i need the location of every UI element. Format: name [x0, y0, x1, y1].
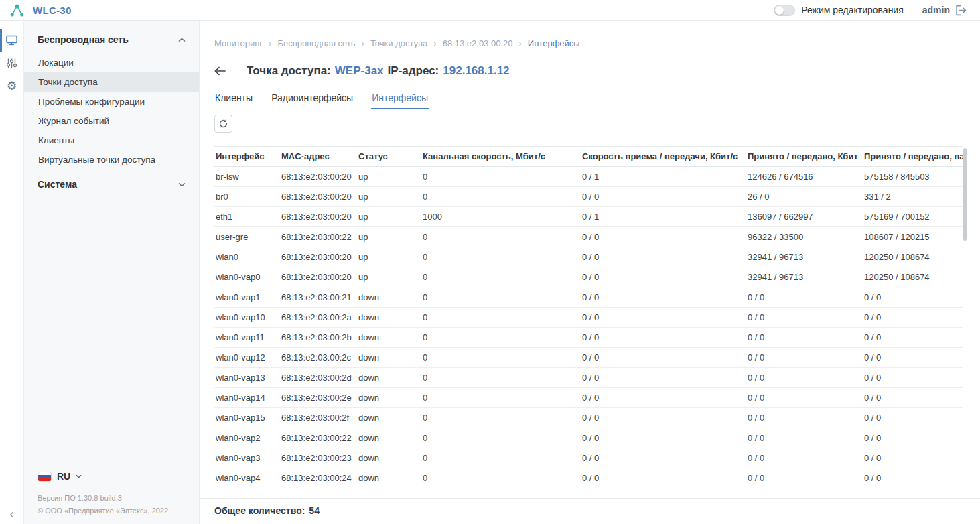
cell-rx-tx-kbit: 0 / 0 — [748, 448, 864, 468]
table-row: wlan0-vap10 68:13:e2:03:00:2a down 0 0 /… — [214, 308, 963, 328]
column-header: Принято / передано, па — [864, 147, 963, 167]
cell-rx-tx-speed: 0 / 0 — [582, 468, 748, 488]
title-row: Точка доступа: WEP-3ax IP-адрес: 192.168… — [214, 64, 980, 78]
refresh-icon — [219, 119, 228, 128]
edit-mode-label: Режим редактирования — [801, 5, 904, 15]
column-header: Скорость приема / передачи, Кбит/с — [582, 147, 748, 167]
cell-interface: wlan0-vap0 — [214, 267, 281, 287]
back-button[interactable] — [214, 66, 226, 76]
sidebar-collapse-button[interactable]: ‹ — [0, 507, 23, 520]
sidebar-item[interactable]: Клиенты — [24, 131, 199, 150]
cell-rx-tx-speed: 0 / 0 — [582, 308, 748, 328]
cell-rx-tx-kbit: 0 / 0 — [748, 388, 864, 408]
cell-link-speed: 0 — [423, 267, 582, 287]
top-bar-right: Режим редактирования admin — [774, 5, 967, 16]
cell-link-speed: 0 — [423, 187, 582, 207]
rail-wlan-button[interactable] — [0, 52, 23, 74]
sidebar-item[interactable]: Локации — [24, 53, 199, 72]
sidebar-item[interactable]: Проблемы конфигурации — [24, 92, 199, 111]
icon-rail: ⚙ ‹ — [0, 21, 24, 524]
cell-link-speed: 0 — [423, 388, 582, 408]
cell-rx-tx-kbit: 32941 / 96713 — [748, 267, 864, 287]
cell-rx-tx-speed: 0 / 0 — [582, 428, 748, 448]
sidebar-section-label: Беспроводная сеть — [38, 34, 129, 45]
cell-status: down — [358, 287, 423, 308]
sidebar-section-label: Система — [38, 179, 77, 190]
software-version: Версия ПО 1.30.8 build 3 — [38, 494, 186, 502]
cell-status: down — [358, 448, 423, 468]
rail-monitoring-button[interactable] — [0, 29, 23, 52]
gear-icon: ⚙ — [7, 80, 17, 92]
table-row: wlan0-vap2 68:13:e2:03:00:22 down 0 0 / … — [214, 428, 963, 448]
breadcrumb-item[interactable]: Мониторинг — [214, 38, 263, 48]
cell-rx-tx-packets: 0 / 0 — [864, 368, 963, 388]
tab[interactable]: Клиенты — [214, 92, 253, 109]
breadcrumb-item[interactable]: Беспроводная сеть — [263, 38, 355, 48]
tab[interactable]: Радиоинтерфейсы — [271, 92, 354, 109]
cell-interface: wlan0-vap4 — [214, 468, 281, 488]
language-label: RU — [57, 471, 70, 482]
table-row: wlan0-vap15 68:13:e2:03:00:2f down 0 0 /… — [214, 408, 963, 428]
sidebar-section-system[interactable]: Система — [24, 170, 199, 198]
interfaces-table: ИнтерфейсMAC-адресСтатусКанальная скорос… — [214, 146, 963, 488]
column-header: Канальная скорость, Мбит/с — [423, 147, 582, 167]
language-selector[interactable]: RU — [38, 471, 186, 482]
sidebar-item[interactable]: Виртуальные точки доступа — [24, 150, 199, 170]
cell-rx-tx-packets: 108607 / 120215 — [864, 227, 963, 247]
cell-mac: 68:13:e2:03:00:22 — [281, 428, 358, 448]
cell-status: up — [358, 167, 423, 187]
table-row: wlan0-vap12 68:13:e2:03:00:2c down 0 0 /… — [214, 348, 963, 368]
cell-rx-tx-kbit: 0 / 0 — [748, 468, 864, 488]
cell-mac: 68:13:e2:03:00:2b — [281, 328, 358, 348]
top-bar: WLC-30 Режим редактирования admin — [0, 0, 980, 21]
edit-mode-toggle[interactable] — [774, 5, 795, 16]
table-row: user-gre 68:13:e2:03:00:22 up 0 0 / 0 96… — [214, 227, 963, 247]
cell-interface: wlan0-vap1 — [214, 287, 281, 308]
chevron-down-icon — [178, 182, 186, 187]
cell-rx-tx-kbit: 0 / 0 — [748, 408, 864, 428]
ap-label: Точка доступа: — [247, 64, 331, 78]
main-content: МониторингБеспроводная сетьТочки доступа… — [200, 21, 980, 524]
column-header: MAC-адрес — [281, 147, 358, 167]
ap-name: WEP-3ax — [335, 64, 384, 78]
cell-rx-tx-kbit: 0 / 0 — [748, 348, 864, 368]
cell-link-speed: 0 — [423, 348, 582, 368]
cell-status: up — [358, 207, 423, 227]
table-row: wlan0-vap13 68:13:e2:03:00:2d down 0 0 /… — [214, 368, 963, 388]
table-header-row: ИнтерфейсMAC-адресСтатусКанальная скорос… — [214, 147, 963, 167]
cell-interface: wlan0-vap3 — [214, 448, 281, 468]
breadcrumb-item[interactable]: Точки доступа — [356, 38, 428, 48]
cell-rx-tx-speed: 0 / 0 — [582, 348, 748, 368]
cell-mac: 68:13:e2:03:00:2d — [281, 368, 358, 388]
app-window: WLC-30 Режим редактирования admin — [0, 0, 980, 524]
sidebar-bottom: RU Версия ПО 1.30.8 build 3 © ООО «Предп… — [24, 471, 199, 524]
sidebar-section-wireless[interactable]: Беспроводная сеть — [24, 21, 199, 53]
sidebar-item[interactable]: Журнал событий — [24, 111, 199, 131]
cell-rx-tx-packets: 0 / 0 — [864, 408, 963, 428]
monitor-icon — [6, 35, 17, 46]
cell-rx-tx-packets: 0 / 0 — [864, 287, 963, 308]
logout-button[interactable] — [955, 5, 967, 16]
interfaces-table-wrap: ИнтерфейсMAC-адресСтатусКанальная скорос… — [214, 146, 963, 488]
cell-link-speed: 0 — [423, 167, 582, 187]
copyright: © ООО «Предприятие «Элтекс», 2022 — [38, 507, 186, 515]
cell-rx-tx-kbit: 124626 / 674516 — [748, 167, 864, 187]
cell-rx-tx-kbit: 0 / 0 — [748, 428, 864, 448]
refresh-button[interactable] — [214, 115, 232, 133]
cell-rx-tx-packets: 575169 / 700152 — [864, 207, 963, 227]
cell-interface: br-lsw — [214, 167, 281, 187]
cell-mac: 68:13:e2:03:00:20 — [281, 267, 358, 287]
table-scrollbar[interactable] — [963, 148, 967, 241]
cell-status: down — [358, 368, 423, 388]
cell-rx-tx-packets: 120250 / 108674 — [864, 247, 963, 267]
sidebar-item[interactable]: Точки доступа — [24, 72, 199, 92]
breadcrumb: МониторингБеспроводная сетьТочки доступа… — [214, 38, 980, 48]
cell-link-speed: 0 — [423, 368, 582, 388]
username: admin — [922, 5, 950, 15]
tab[interactable]: Интерфейсы — [371, 92, 429, 109]
breadcrumb-item[interactable]: 68:13:e2:03:00:20 — [427, 38, 512, 48]
breadcrumb-item[interactable]: Интерфейсы — [513, 38, 580, 48]
rail-settings-button[interactable]: ⚙ — [0, 74, 23, 97]
cell-mac: 68:13:e2:03:00:23 — [281, 448, 358, 468]
cell-rx-tx-speed: 0 / 0 — [582, 247, 748, 267]
